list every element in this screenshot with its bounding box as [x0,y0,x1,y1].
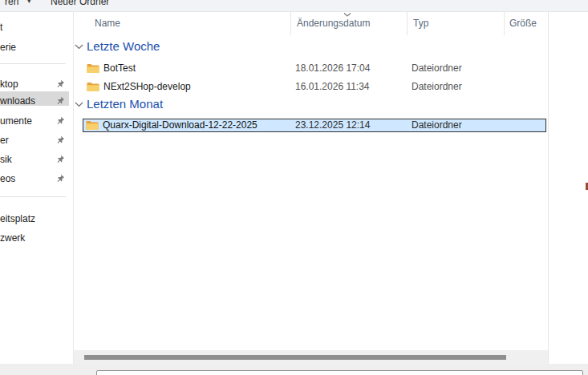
sidebar-item-label: sik [0,154,12,165]
file-date: 16.01.2026 11:34 [295,80,370,94]
sidebar-item-netzwerk[interactable]: zwerk [0,231,25,245]
file-type: Dateiordner [412,62,462,75]
chevron-down-icon [343,12,352,18]
column-separator[interactable] [504,11,505,35]
sidebar-item-bilder[interactable]: er [0,133,9,147]
file-date: 18.01.2026 17:04 [295,62,370,75]
file-row-quarx-selected[interactable]: Quarx-Digital-Download-12-22-2025 23.12.… [83,119,546,132]
column-header-size[interactable]: Größe [509,11,537,35]
file-name: NExt2SHop-develop [103,80,191,94]
sidebar-item-musik[interactable]: sik [0,152,12,167]
list-right-edge [548,11,549,364]
filename-input[interactable] [96,370,583,375]
sidebar-item-label: ktop [0,79,18,90]
file-row-next2shop[interactable]: NExt2SHop-develop 16.01.2026 11:34 Datei… [74,80,548,94]
pin-icon [56,174,65,183]
sidebar-item-label: eitsplatz [0,213,35,224]
pin-icon [56,135,65,144]
column-separator[interactable] [407,11,408,35]
file-name: Quarx-Digital-Download-12-22-2025 [103,119,258,131]
file-name: BotTest [103,62,136,75]
sidebar-item-dokumente[interactable]: umente [0,114,32,128]
chevron-down-icon[interactable] [75,44,83,50]
sidebar-item-label: t [0,22,2,33]
sidebar-divider [0,63,66,64]
organize-menu-button[interactable]: ren [5,0,18,10]
group-label: Letzte Woche [87,39,160,54]
sidebar-item-arbeitsplatz[interactable]: eitsplatz [0,212,35,226]
column-separator[interactable] [290,11,291,35]
sidebar-item-label: er [0,135,9,146]
pin-icon [56,79,65,88]
folder-icon [87,62,99,74]
pin-icon [56,116,65,125]
dialog-bottom-panel [0,364,588,375]
sidebar-item-start[interactable]: t [0,20,2,34]
file-row-bottest[interactable]: BotTest 18.01.2026 17:04 Dateiordner [74,62,548,75]
caret-down-icon: ▾ [27,0,31,5]
sidebar-item-label: erie [0,42,16,53]
sidebar-item-desktop[interactable]: ktop [0,77,18,91]
column-header-type[interactable]: Typ [413,11,428,35]
sidebar-item-label: wnloads [0,95,35,107]
sidebar-item-label: eos [0,173,15,184]
sidebar-divider [0,196,66,197]
sidebar-item-videos[interactable]: eos [0,171,15,186]
folder-icon [87,81,99,92]
horizontal-scrollbar-thumb[interactable] [84,355,506,360]
folder-icon [86,119,99,131]
command-bar: ren ▾ Neuer Ordner [0,0,588,12]
new-folder-button[interactable]: Neuer Ordner [51,0,109,10]
pin-icon [56,96,65,105]
horizontal-scrollbar-track[interactable] [74,350,548,364]
column-header-date[interactable]: Änderungsdatum [297,11,370,35]
chevron-down-icon[interactable] [75,102,83,107]
file-type: Dateiordner [412,80,462,94]
file-type: Dateiordner [412,119,462,131]
column-header-name[interactable]: Name [95,11,120,35]
sidebar-item-galerie[interactable]: erie [0,40,16,54]
group-label: Letzten Monat [87,97,163,111]
sidebar-item-label: zwerk [0,232,25,244]
sidebar-item-downloads[interactable]: wnloads [0,94,35,108]
sidebar-item-label: umente [0,115,32,127]
pin-icon [56,155,65,163]
file-dialog-window: ren ▾ Neuer Ordner t erie ktop wnloads u… [0,0,588,375]
file-date: 23.12.2025 12:14 [295,119,370,131]
